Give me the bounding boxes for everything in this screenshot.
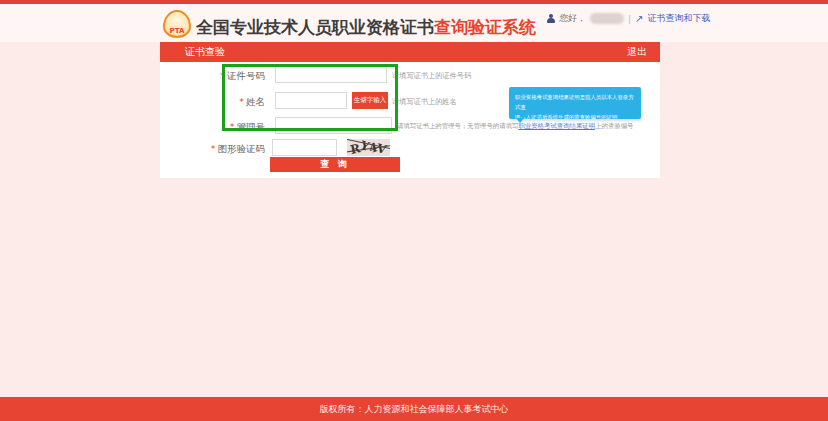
id-number-hint: 请填写证书上的证件号码 (392, 71, 471, 81)
header: PTA 全国专业技术人员职业资格证书查询验证系统 您好， | ↗ 证书查询和下载 (0, 4, 828, 42)
page-title-main: 全国专业技术人员职业资格证书 (196, 17, 434, 37)
captcha-char: V (375, 141, 387, 156)
certificate-download-link[interactable]: 证书查询和下载 (647, 12, 710, 25)
captcha-input[interactable] (272, 139, 337, 156)
name-label: *姓名 (160, 96, 265, 109)
management-number-hint: 请填写证书上的管理号；无管理号的请填写职业资格考试查询结果证明上的查验编号 (397, 122, 633, 131)
page-title-accent: 查询验证系统 (434, 17, 536, 37)
captcha-image[interactable]: R Y 4 V (347, 139, 390, 156)
id-number-label-text: 证件号码 (227, 70, 265, 81)
person-icon (546, 14, 555, 24)
required-asterisk: * (211, 143, 216, 154)
tooltip-arrow (516, 118, 524, 123)
id-number-label: *证件号码 (160, 70, 265, 83)
info-tooltip: 职业资格考试查询结果证明是指人员以本人登录方式查 询本人证书后系统生成的带查验编… (509, 87, 641, 119)
result-proof-link[interactable]: 职业资格考试查询结果证明 (518, 122, 595, 130)
page: PTA 全国专业技术人员职业资格证书查询验证系统 您好， | ↗ 证书查询和下载… (0, 0, 828, 421)
id-number-input[interactable] (275, 66, 387, 83)
required-asterisk: * (220, 70, 225, 81)
pta-logo-icon: PTA (163, 10, 191, 38)
management-number-input[interactable] (275, 117, 392, 134)
name-label-text: 姓名 (246, 96, 265, 107)
tab-certificate-check[interactable]: 证书查验 (185, 42, 225, 62)
greeting-text: 您好， (559, 12, 586, 25)
tooltip-line2: 询本人证书后系统生成的带查验编号的证明 (515, 112, 635, 119)
captcha-label: *图形验证码 (160, 143, 265, 156)
management-number-hint-prefix: 请填写证书上的管理号；无管理号的请填写 (397, 122, 518, 130)
required-asterisk: * (239, 96, 244, 107)
required-asterisk: * (230, 121, 235, 132)
name-hint: 请填写证书上的姓名 (392, 97, 457, 107)
user-bar: 您好， | ↗ 证书查询和下载 (546, 12, 710, 25)
logout-button[interactable]: 退出 (627, 42, 647, 62)
pta-logo-text: PTA (170, 26, 185, 36)
name-input[interactable] (275, 92, 347, 109)
page-title: 全国专业技术人员职业资格证书查询验证系统 (196, 16, 536, 39)
share-arrow-icon[interactable]: ↗ (635, 14, 643, 24)
menu-bar: 证书查验 退出 (160, 42, 660, 62)
separator: | (628, 14, 631, 24)
rare-character-input-button[interactable]: 生僻字输入 (352, 92, 388, 109)
captcha-label-text: 图形验证码 (218, 143, 266, 154)
copyright-text: 版权所有：人力资源和社会保障部人事考试中心 (320, 404, 509, 414)
footer: 版权所有：人力资源和社会保障部人事考试中心 (0, 397, 828, 421)
management-number-label: *管理号 (160, 121, 265, 134)
masked-username (590, 13, 624, 24)
management-number-label-text: 管理号 (237, 121, 266, 132)
query-button[interactable]: 查 询 (270, 157, 400, 172)
tooltip-line1: 职业资格考试查询结果证明是指人员以本人登录方式查 (515, 92, 635, 112)
management-number-hint-suffix: 上的查验编号 (595, 122, 633, 130)
